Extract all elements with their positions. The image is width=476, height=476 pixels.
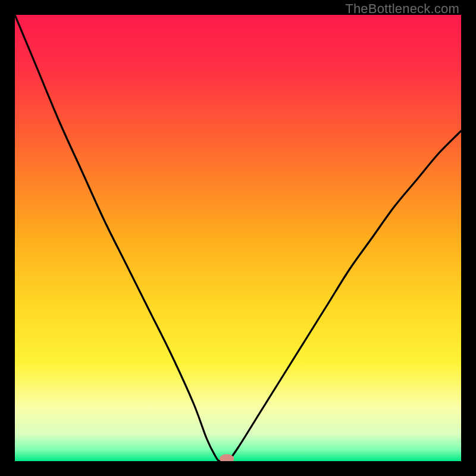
plot-background xyxy=(15,15,461,461)
plot-svg xyxy=(15,15,461,461)
chart-container: TheBottleneck.com xyxy=(0,0,476,476)
